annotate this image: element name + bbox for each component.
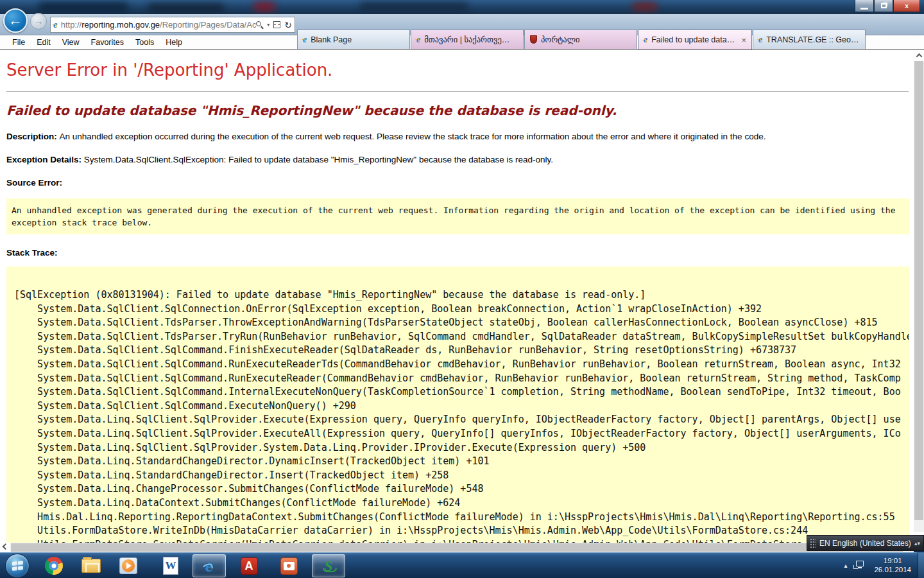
window-controls: x: [855, 0, 920, 12]
scroll-up-button[interactable]: [914, 50, 924, 61]
portal-favicon-icon: [530, 35, 537, 44]
vertical-scrollbar-thumb[interactable]: [914, 61, 923, 520]
show-hidden-icons-button[interactable]: ▴: [837, 562, 853, 569]
taskbar-acrobat-button[interactable]: A: [232, 554, 266, 577]
search-icon[interactable]: [256, 21, 263, 28]
horizontal-scrollbar-thumb[interactable]: [11, 543, 903, 552]
source-error-label: Source Error:: [6, 178, 914, 188]
window-titlebar: [0, 0, 924, 14]
menu-view[interactable]: View: [56, 36, 85, 49]
description-text: An unhandled exception occurred during t…: [60, 132, 766, 141]
internet-explorer-favicon-icon: e: [644, 35, 647, 45]
back-button[interactable]: ←: [3, 8, 28, 33]
health-app-icon: S: [324, 558, 332, 574]
folder-icon: [81, 559, 101, 573]
taskbar-media-player-button[interactable]: [112, 554, 145, 577]
language-bar[interactable]: EN English (United States) ▴▾: [807, 535, 924, 551]
chevron-left-icon: [2, 543, 8, 550]
error-message: Failed to update database "Hmis_Reportin…: [6, 103, 914, 118]
internet-explorer-favicon-icon: e: [303, 35, 307, 45]
network-icon[interactable]: [853, 561, 864, 570]
description-paragraph: Description: An unhandled exception occu…: [6, 132, 914, 141]
internet-explorer-icon: e: [205, 557, 213, 575]
source-error-text: An unhandled exception was generated dur…: [12, 206, 896, 227]
tab-mtavari[interactable]: e მთავარი | საქართველოს მ...: [411, 30, 524, 49]
taskbar-explorer-button[interactable]: [74, 554, 108, 577]
address-bar[interactable]: e http://reporting.moh.gov.ge/Reporting/…: [50, 17, 295, 33]
titlebar-blur-decoration: [359, 3, 468, 11]
word-icon: W: [163, 557, 178, 575]
internet-explorer-favicon-icon: e: [758, 35, 762, 45]
stack-trace-label: Stack Trace:: [6, 248, 914, 258]
menu-help[interactable]: Help: [160, 36, 188, 49]
source-error-box: An unhandled exception was generated dur…: [6, 198, 909, 234]
browser-navigation-bar: → ← e http://reporting.moh.gov.ge/Report…: [0, 14, 924, 35]
tab-portali[interactable]: პორტალი: [524, 30, 637, 49]
vertical-scrollbar[interactable]: [914, 50, 924, 543]
forward-icon: →: [34, 15, 44, 26]
taskbar-word-button[interactable]: W: [154, 554, 187, 577]
minimize-icon: [860, 8, 868, 10]
show-desktop-button[interactable]: [918, 552, 924, 578]
titlebar-blur-decoration: [253, 2, 275, 12]
close-button[interactable]: x: [893, 0, 920, 12]
media-player-icon: [119, 557, 137, 574]
adobe-reader-icon: A: [241, 557, 258, 575]
tab-translate-ge[interactable]: e TRANSLATE.GE :: Georgia...: [753, 30, 866, 49]
compatibility-view-icon[interactable]: [273, 21, 280, 28]
tab-strip: e Blank Page e მთავარი | საქართველოს მ..…: [297, 30, 866, 49]
back-icon: ←: [8, 12, 22, 28]
clock-date: 26.01.2014: [874, 565, 911, 574]
restore-icon: [881, 3, 887, 8]
menu-edit[interactable]: Edit: [31, 36, 56, 49]
internet-explorer-favicon-icon: e: [416, 35, 420, 45]
stack-trace-box: [SqlException (0x80131904): Failed to up…: [6, 267, 909, 543]
url-text: http://reporting.moh.gov.ge/Reporting/Pa…: [61, 20, 257, 30]
language-indicator[interactable]: EN English (United States): [819, 539, 911, 548]
tab-failed-to-update[interactable]: e Failed to update datab... ×: [638, 30, 752, 49]
page-title: Server Error in '/Reporting' Application…: [6, 60, 914, 80]
language-options-icon[interactable]: ▴▾: [911, 541, 923, 546]
start-button[interactable]: [5, 554, 30, 578]
powerpoint-icon: [280, 557, 298, 575]
restore-button[interactable]: [874, 0, 893, 12]
description-label: Description:: [6, 132, 60, 141]
menu-favorites[interactable]: Favorites: [85, 36, 130, 49]
scroll-left-button[interactable]: [0, 543, 10, 552]
taskbar-chrome-button[interactable]: [37, 554, 71, 577]
address-dropdown-icon[interactable]: ▾: [267, 22, 270, 28]
windows-logo-icon: [12, 561, 23, 571]
tab-close-icon[interactable]: ×: [740, 35, 746, 45]
chrome-icon: [45, 557, 63, 575]
divider: [6, 91, 909, 92]
drag-handle-icon[interactable]: [810, 538, 816, 548]
menu-file[interactable]: File: [6, 36, 31, 49]
titlebar-blur-decoration: [38, 3, 128, 12]
exception-details-text: System.Data.SqlClient.SqlException: Fail…: [84, 155, 553, 164]
taskbar-internet-explorer-button[interactable]: e: [193, 554, 226, 577]
chevron-up-icon: [916, 53, 922, 60]
exception-details-label: Exception Details:: [6, 155, 84, 164]
close-icon: x: [905, 2, 909, 10]
refresh-icon[interactable]: ↻: [284, 20, 292, 30]
exception-paragraph: Exception Details: System.Data.SqlClient…: [6, 155, 914, 164]
taskbar-powerpoint-button[interactable]: [272, 554, 305, 577]
clock-time: 19:01: [874, 556, 911, 565]
taskbar: W e A S: [0, 552, 924, 578]
menu-tools[interactable]: Tools: [130, 36, 160, 49]
taskbar-health-app-button[interactable]: S: [312, 554, 345, 577]
internet-explorer-favicon-icon: e: [53, 19, 58, 30]
titlebar-blur-decoration: [632, 3, 658, 11]
taskbar-clock[interactable]: 19:01 26.01.2014: [873, 556, 918, 574]
titlebar-blur-decoration: [148, 4, 225, 12]
error-page: Server Error in '/Reporting' Application…: [0, 50, 914, 543]
forward-button[interactable]: →: [30, 13, 47, 30]
minimize-button[interactable]: [855, 0, 874, 12]
tab-blank-page[interactable]: e Blank Page: [297, 30, 410, 49]
system-tray: ▴ 19:01 26.01.2014: [837, 552, 924, 578]
horizontal-scrollbar[interactable]: [0, 543, 914, 552]
